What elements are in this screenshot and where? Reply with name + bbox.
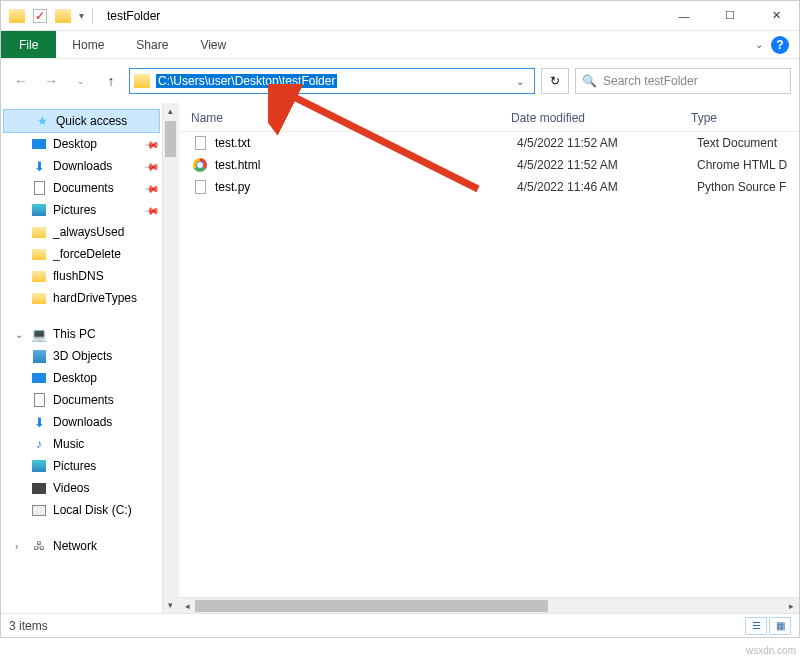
scroll-left-icon[interactable]: ◂: [179, 601, 195, 611]
sidebar-item[interactable]: _forceDelete: [1, 243, 162, 265]
sidebar-item[interactable]: hardDriveTypes: [1, 287, 162, 309]
file-row[interactable]: test.py 4/5/2022 11:46 AM Python Source …: [179, 176, 799, 198]
chevron-down-icon[interactable]: ⌄: [15, 329, 25, 340]
icons-view-button[interactable]: ▦: [769, 617, 791, 635]
maximize-button[interactable]: ☐: [707, 1, 753, 31]
nav-item-label: Desktop: [53, 371, 97, 385]
sidebar-item[interactable]: flushDNS: [1, 265, 162, 287]
explorer-window: ✓ ▾ testFolder — ☐ ✕ File Home Share Vie…: [0, 0, 800, 638]
details-view-button[interactable]: ☰: [745, 617, 767, 635]
sidebar-item[interactable]: 3D Objects: [1, 345, 162, 367]
sidebar-item[interactable]: _alwaysUsed: [1, 221, 162, 243]
nav-item-label: 3D Objects: [53, 349, 112, 363]
file-name: test.html: [215, 158, 517, 172]
ribbon-collapse-icon[interactable]: ⌄: [755, 39, 763, 50]
nav-label: Quick access: [56, 114, 127, 128]
close-button[interactable]: ✕: [753, 1, 799, 31]
star-icon: ★: [34, 113, 50, 129]
tab-home[interactable]: Home: [56, 31, 120, 58]
chevron-right-icon[interactable]: ›: [15, 541, 25, 552]
folder-icon: [9, 9, 25, 23]
nav-item-label: Desktop: [53, 137, 97, 151]
sidebar-item[interactable]: ♪ Music: [1, 433, 162, 455]
sidebar-item[interactable]: Desktop: [1, 367, 162, 389]
up-button[interactable]: ↑: [99, 69, 123, 93]
file-type: Python Source F: [697, 180, 799, 194]
address-dropdown-icon[interactable]: ⌄: [510, 76, 530, 87]
file-row[interactable]: test.txt 4/5/2022 11:52 AM Text Document: [179, 132, 799, 154]
navbar: ← → ⌄ ↑ C:\Users\user\Desktop\testFolder…: [1, 63, 799, 99]
nav-item-label: Local Disk (C:): [53, 503, 132, 517]
status-bar: 3 items ☰ ▦: [1, 613, 799, 637]
sidebar-item[interactable]: Pictures 📌: [1, 199, 162, 221]
nav-label: This PC: [53, 327, 96, 341]
horizontal-scrollbar[interactable]: ◂ ▸: [179, 597, 799, 613]
column-date[interactable]: Date modified: [511, 111, 691, 125]
scroll-right-icon[interactable]: ▸: [783, 601, 799, 611]
file-type: Text Document: [697, 136, 799, 150]
file-name: test.py: [215, 180, 517, 194]
sidebar-item[interactable]: Documents 📌: [1, 177, 162, 199]
sidebar-item[interactable]: Videos: [1, 477, 162, 499]
qat-check-icon[interactable]: ✓: [33, 9, 47, 23]
address-path[interactable]: C:\Users\user\Desktop\testFolder: [156, 74, 337, 88]
folder-icon: [134, 74, 150, 88]
sidebar-item[interactable]: Pictures: [1, 455, 162, 477]
folder-icon: [55, 9, 71, 23]
search-placeholder: Search testFolder: [603, 74, 698, 88]
refresh-button[interactable]: ↻: [541, 68, 569, 94]
scroll-thumb[interactable]: [195, 600, 548, 612]
sidebar-item-quick-access[interactable]: ★ Quick access: [3, 109, 160, 133]
file-row[interactable]: test.html 4/5/2022 11:52 AM Chrome HTML …: [179, 154, 799, 176]
nav-item-label: flushDNS: [53, 269, 104, 283]
separator: [92, 8, 93, 24]
help-icon[interactable]: ?: [771, 36, 789, 54]
item-count: 3 items: [9, 619, 48, 633]
scroll-thumb[interactable]: [165, 121, 176, 157]
minimize-button[interactable]: —: [661, 1, 707, 31]
sidebar-item[interactable]: Local Disk (C:): [1, 499, 162, 521]
sidebar-item[interactable]: ⬇ Downloads 📌: [1, 155, 162, 177]
file-icon: [191, 135, 209, 151]
pin-icon: 📌: [144, 180, 160, 196]
nav-item-label: _forceDelete: [53, 247, 121, 261]
column-name[interactable]: Name: [191, 111, 511, 125]
nav-scrollbar[interactable]: ▴ ▾: [162, 103, 178, 613]
pin-icon: 📌: [144, 202, 160, 218]
nav-item-label: Videos: [53, 481, 89, 495]
file-tab[interactable]: File: [1, 31, 56, 58]
sidebar-item[interactable]: Documents: [1, 389, 162, 411]
titlebar: ✓ ▾ testFolder — ☐ ✕: [1, 1, 799, 31]
nav-item-label: _alwaysUsed: [53, 225, 124, 239]
file-date: 4/5/2022 11:46 AM: [517, 180, 697, 194]
search-input[interactable]: 🔍 Search testFolder: [575, 68, 791, 94]
column-headers: Name Date modified Type: [179, 103, 799, 132]
nav-item-label: hardDriveTypes: [53, 291, 137, 305]
column-type[interactable]: Type: [691, 111, 799, 125]
scroll-down-icon[interactable]: ▾: [163, 597, 178, 613]
ribbon: File Home Share View ⌄ ?: [1, 31, 799, 59]
forward-button[interactable]: →: [39, 69, 63, 93]
address-bar[interactable]: C:\Users\user\Desktop\testFolder ⌄: [129, 68, 535, 94]
nav-item-label: Pictures: [53, 459, 96, 473]
tab-share[interactable]: Share: [120, 31, 184, 58]
pc-icon: 💻: [31, 326, 47, 342]
pin-icon: 📌: [144, 158, 160, 174]
file-icon: [191, 157, 209, 173]
network-icon: 🖧: [31, 538, 47, 554]
sidebar-item[interactable]: Desktop 📌: [1, 133, 162, 155]
file-list: Name Date modified Type test.txt 4/5/202…: [179, 103, 799, 613]
scroll-up-icon[interactable]: ▴: [163, 103, 178, 119]
qat-dropdown-icon[interactable]: ▾: [79, 10, 84, 21]
sidebar-item[interactable]: ⬇ Downloads: [1, 411, 162, 433]
navigation-pane: ★ Quick access Desktop 📌 ⬇ Downloads 📌 D…: [1, 103, 179, 613]
file-date: 4/5/2022 11:52 AM: [517, 158, 697, 172]
tab-view[interactable]: View: [184, 31, 242, 58]
sidebar-item-this-pc[interactable]: ⌄ 💻 This PC: [1, 323, 162, 345]
sidebar-item-network[interactable]: › 🖧 Network: [1, 535, 162, 557]
recent-dropdown-icon[interactable]: ⌄: [69, 69, 93, 93]
search-icon: 🔍: [582, 74, 597, 88]
nav-item-label: Downloads: [53, 415, 112, 429]
back-button[interactable]: ←: [9, 69, 33, 93]
nav-item-label: Downloads: [53, 159, 112, 173]
